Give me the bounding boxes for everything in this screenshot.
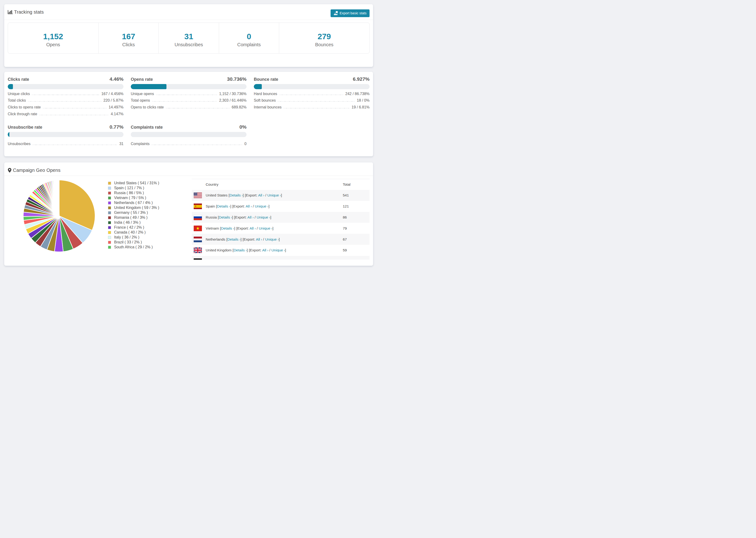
export-all-link[interactable]: All › bbox=[249, 226, 256, 230]
rate-row: Unique clicks167 / 4.456% bbox=[8, 92, 124, 99]
tracking-stats-body: 1,152Opens167Clicks31Unsubscribes0Compla… bbox=[4, 20, 373, 67]
stat-clicks: 167Clicks bbox=[98, 23, 159, 53]
export-all-link[interactable]: All › bbox=[258, 193, 264, 197]
rate-row-label: Opens to clicks rate bbox=[131, 105, 164, 109]
details-link[interactable]: Details › bbox=[221, 226, 234, 230]
flag-nl-icon bbox=[194, 237, 202, 242]
rate-head: Clicks rate4.46% bbox=[8, 76, 124, 82]
geo-table-total-cell: 79 bbox=[343, 226, 369, 231]
legend-item: Russia ( 86 / 5% ) bbox=[108, 190, 159, 195]
details-link[interactable]: Details › bbox=[230, 193, 243, 197]
rate-row-value: 1,152 / 30.736% bbox=[219, 92, 246, 96]
rate-rows: Hard bounces242 / 86.738%Soft bounces18 … bbox=[254, 92, 369, 112]
details-link[interactable]: Details › bbox=[219, 215, 232, 219]
rate-row-value: 220 / 5.87% bbox=[104, 98, 124, 103]
rate-row-label: Click through rate bbox=[8, 112, 37, 116]
legend-label: Spain ( 121 / 7% ) bbox=[114, 186, 144, 190]
rate-row: Unsubscribes31 bbox=[8, 142, 124, 149]
legend-color-chip bbox=[108, 231, 111, 234]
rate-section-clicks-rate: Clicks rate4.46%Unique clicks167 / 4.456… bbox=[8, 76, 124, 119]
legend-label: India ( 46 / 3% ) bbox=[114, 220, 141, 225]
bracket: ] bbox=[268, 204, 269, 208]
rate-progress-bar bbox=[131, 132, 246, 137]
export-all-link[interactable]: All › bbox=[247, 215, 253, 219]
legend-item: United States ( 541 / 31% ) bbox=[108, 181, 159, 186]
legend-label: France ( 42 / 2% ) bbox=[114, 225, 144, 230]
export-unique-link[interactable]: Unique › bbox=[271, 248, 285, 252]
export-all-link[interactable]: All › bbox=[256, 237, 262, 241]
geo-pie-chart[interactable] bbox=[23, 179, 96, 252]
rate-row-value: 167 / 4.456% bbox=[101, 92, 124, 96]
flag-us-icon bbox=[194, 192, 202, 198]
export-label: Export: bbox=[239, 259, 251, 260]
campaign-geo-opens-title: Campaign Geo Opens bbox=[13, 168, 61, 173]
export-unique-link[interactable]: Unique › bbox=[265, 237, 279, 241]
rate-row-label: Hard bounces bbox=[254, 92, 277, 96]
geo-table-area: CountryTotalUnited States [Details ›] [E… bbox=[192, 179, 369, 265]
rate-title: Complaints rate bbox=[131, 125, 163, 130]
export-unique-link[interactable]: Unique › bbox=[255, 204, 268, 208]
details-link[interactable]: Details › bbox=[234, 248, 247, 252]
country-name: Russia bbox=[206, 215, 217, 219]
rate-percent: 4.46% bbox=[109, 76, 124, 82]
campaign-geo-opens-header: Campaign Geo Opens bbox=[4, 162, 373, 176]
export-all-link[interactable]: All › bbox=[245, 204, 252, 208]
details-link[interactable]: Details › bbox=[217, 204, 230, 208]
legend-item: France ( 42 / 2% ) bbox=[108, 225, 159, 230]
legend-item: Netherlands ( 67 / 4% ) bbox=[108, 200, 159, 205]
dotted-leader bbox=[152, 101, 217, 102]
legend-item: Spain ( 121 / 7% ) bbox=[108, 186, 159, 190]
legend-label: United Kingdom ( 59 / 3% ) bbox=[114, 206, 159, 210]
dotted-leader bbox=[166, 108, 230, 108]
rate-row-label: Clicks to opens rate bbox=[8, 105, 41, 109]
bracket: ] [ bbox=[247, 248, 250, 252]
export-unique-link[interactable]: Unique › bbox=[259, 226, 272, 230]
rate-row-value: 242 / 86.738% bbox=[345, 92, 369, 96]
map-pin-icon bbox=[8, 168, 12, 173]
export-unique-link[interactable]: Unique › bbox=[257, 215, 270, 219]
rate-title: Bounce rate bbox=[254, 77, 278, 82]
legend-label: Canada ( 40 / 2% ) bbox=[114, 230, 145, 235]
legend-item: Canada ( 40 / 2% ) bbox=[108, 230, 159, 235]
details-link[interactable]: Details › bbox=[227, 237, 241, 241]
geo-table-country-cell: United Kingdom [Details ›] [Export: All … bbox=[206, 248, 343, 252]
rate-progress-fill bbox=[254, 84, 262, 89]
dotted-leader bbox=[39, 115, 108, 115]
geo-table-total-cell: 541 bbox=[343, 193, 369, 197]
legend-label: South Africa ( 29 / 2% ) bbox=[114, 245, 153, 249]
rate-section-unsubscribe-rate: Unsubscribe rate0.77%Unsubscribes31 bbox=[8, 124, 124, 149]
rate-row-value: 0 bbox=[244, 142, 246, 146]
rate-row: Soft bounces18 / 0% bbox=[254, 98, 369, 105]
details-link[interactable]: Details › bbox=[223, 259, 236, 260]
dotted-leader bbox=[284, 108, 350, 108]
rate-percent: 6.927% bbox=[353, 76, 369, 82]
geo-table-row-es: Spain [Details ›] [Export: All › / Uniqu… bbox=[192, 201, 369, 212]
geo-table-row-de: Germany [Details ›] [Export: All › / Uni… bbox=[192, 256, 369, 260]
slash: / bbox=[264, 193, 267, 197]
legend-label: Brazil ( 33 / 2% ) bbox=[114, 240, 142, 244]
rate-row: Click through rate4.147% bbox=[8, 112, 124, 119]
stat-complaints: 0Complaints bbox=[219, 23, 279, 53]
export-all-link[interactable]: All › bbox=[251, 259, 257, 260]
export-unique-link[interactable]: Unique › bbox=[260, 259, 274, 260]
export-unique-link[interactable]: Unique › bbox=[267, 193, 281, 197]
legend-label: Vietnam ( 79 / 5% ) bbox=[114, 196, 146, 200]
export-all-link[interactable]: All › bbox=[262, 248, 268, 252]
geo-table-row-gb: United Kingdom [Details ›] [Export: All … bbox=[192, 245, 369, 256]
export-basic-stats-button[interactable]: Export basic stats bbox=[331, 9, 369, 17]
stat-label: Clicks bbox=[122, 42, 135, 47]
legend-color-chip bbox=[108, 236, 111, 239]
rate-row-label: Complaints bbox=[131, 142, 149, 146]
bracket: ] [ bbox=[241, 237, 244, 241]
stat-unsubscribes: 31Unsubscribes bbox=[158, 23, 219, 53]
country-name: Vietnam bbox=[206, 226, 219, 230]
rate-head: Bounce rate6.927% bbox=[254, 76, 369, 82]
export-icon bbox=[334, 11, 338, 15]
rate-rows: Complaints0 bbox=[131, 142, 246, 149]
export-label: Export: bbox=[235, 215, 247, 219]
export-basic-stats-label: Export basic stats bbox=[340, 11, 366, 15]
rate-progress-fill bbox=[8, 84, 13, 89]
slash: / bbox=[257, 259, 260, 260]
rate-rows: Unique clicks167 / 4.456%Total clicks220… bbox=[8, 92, 124, 119]
export-label: Export: bbox=[243, 237, 256, 241]
